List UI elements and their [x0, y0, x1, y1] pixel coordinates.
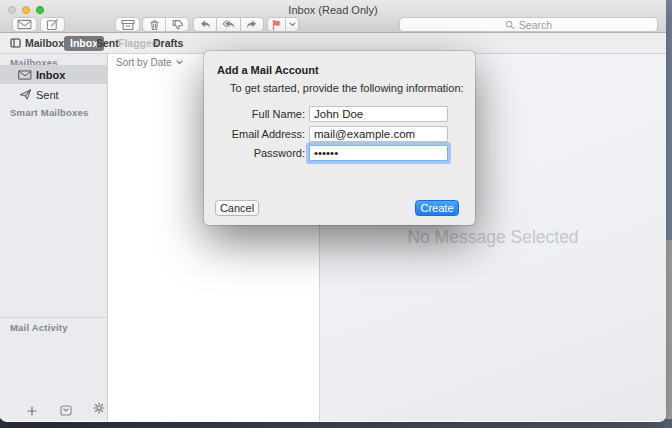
add-mailbox-button[interactable] [27, 402, 37, 420]
inbox-envelope-icon [17, 70, 33, 80]
sidebar-item-label: Inbox [36, 69, 65, 81]
sidebar-item-label: Sent [36, 89, 59, 101]
reply-icon [199, 19, 211, 30]
compose-icon [46, 18, 59, 31]
mail-activity-toggle-icon [60, 405, 72, 416]
junk-button[interactable] [166, 18, 188, 31]
search-field[interactable]: Search [399, 17, 658, 32]
email-address-row: Email Address: [204, 126, 475, 142]
add-mail-account-dialog: Add a Mail Account To get started, provi… [204, 51, 475, 225]
archive-button[interactable] [115, 17, 140, 32]
trash-button[interactable] [143, 18, 166, 31]
get-mail-icon [17, 19, 32, 30]
compose-button[interactable] [40, 17, 65, 32]
no-message-selected-text: No Message Selected [320, 227, 666, 248]
flag-icon [271, 19, 282, 31]
reply-all-icon [222, 19, 235, 30]
chevron-down-icon [289, 22, 296, 27]
sort-by-button[interactable]: Sort by Date [116, 57, 183, 68]
title-bar: Inbox (Read Only) [0, 0, 666, 33]
mail-window: Inbox (Read Only) [0, 0, 666, 422]
full-name-field[interactable] [309, 106, 448, 122]
archive-icon [121, 19, 135, 31]
mail-activity-divider [0, 317, 107, 318]
plus-icon [27, 406, 37, 416]
window-title: Inbox (Read Only) [0, 4, 666, 16]
trash-junk-group [142, 17, 189, 32]
trash-icon [149, 19, 160, 31]
full-name-row: Full Name: [204, 106, 475, 122]
create-button[interactable]: Create [415, 200, 459, 216]
paper-plane-icon [17, 89, 33, 100]
flag-options-button[interactable] [286, 18, 298, 31]
reply-all-button[interactable] [217, 18, 241, 31]
sort-by-label: Sort by Date [116, 57, 172, 68]
flag-group [267, 17, 299, 32]
sidebar-bottom-toolbar [0, 401, 107, 417]
favorites-tab-drafts[interactable]: Drafts [153, 37, 183, 49]
mail-activity-label: Mail Activity [10, 322, 68, 333]
mail-activity-toggle-button[interactable] [60, 402, 72, 420]
full-name-label: Full Name: [204, 108, 305, 120]
cancel-button[interactable]: Cancel [215, 200, 259, 216]
reply-forward-group [193, 17, 264, 32]
favorites-tab-sent[interactable]: Sent [96, 37, 119, 49]
email-address-field[interactable] [309, 126, 448, 142]
dialog-title: Add a Mail Account [217, 64, 319, 76]
flag-button[interactable] [268, 18, 286, 31]
gear-icon [93, 402, 105, 414]
search-placeholder: Search [519, 19, 552, 31]
mailbox-sidebar: Mailboxes Inbox Sent Smart Mailboxes Mai… [0, 54, 108, 421]
forward-icon [246, 19, 258, 30]
password-field[interactable] [309, 145, 448, 161]
search-icon [505, 20, 515, 30]
junk-icon [171, 18, 184, 31]
email-address-label: Email Address: [204, 128, 305, 140]
password-label: Password: [204, 147, 305, 159]
sidebar-item-sent[interactable]: Sent [0, 85, 107, 104]
sidebar-item-inbox[interactable]: Inbox [0, 65, 107, 84]
forward-button[interactable] [241, 18, 263, 31]
mailboxes-sidebar-icon [10, 38, 21, 48]
reply-button[interactable] [194, 18, 217, 31]
dialog-subtitle: To get started, provide the following in… [230, 82, 464, 94]
sidebar-section-smart-mailboxes: Smart Mailboxes [10, 107, 89, 118]
chevron-down-icon [176, 60, 183, 65]
password-row: Password: [204, 145, 475, 161]
get-mail-button[interactable] [12, 17, 37, 32]
